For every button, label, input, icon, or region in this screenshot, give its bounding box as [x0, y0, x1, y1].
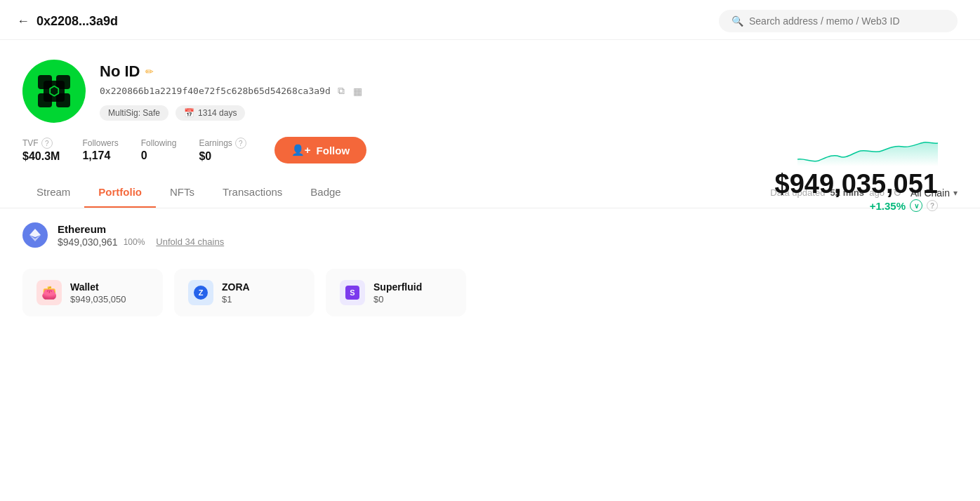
tab-transactions[interactable]: Transactions	[208, 178, 296, 208]
days-badge: 📅 1314 days	[176, 105, 245, 121]
following-value: 0	[141, 149, 177, 162]
superfluid-value: $0	[373, 294, 422, 305]
zora-card: Z ZORA $1	[174, 269, 314, 316]
superfluid-card: S Superfluid $0	[326, 269, 466, 316]
edit-icon[interactable]: ✏	[145, 66, 154, 77]
wallet-card: 👛 Wallet $949,035,050	[22, 269, 163, 316]
zora-name: ZORA	[222, 281, 250, 293]
earnings-label: Earnings ?	[199, 138, 246, 149]
portfolio-help-icon[interactable]: ?	[927, 200, 938, 211]
tvf-label: TVF ?	[22, 138, 60, 149]
earnings-value: $0	[199, 150, 246, 163]
profile-info: No ID ✏ 0x220866b1a2219f40e72f5c628b65d5…	[100, 60, 958, 121]
stat-earnings: Earnings ? $0	[199, 138, 246, 163]
copy-address-button[interactable]: ⧉	[336, 85, 346, 97]
profile-name-row: No ID ✏	[100, 62, 958, 81]
tab-nfts[interactable]: NFTs	[156, 178, 208, 208]
stat-following: Following 0	[141, 138, 177, 162]
unfold-chains-link[interactable]: Unfold 34 chains	[156, 236, 224, 247]
chevron-down-icon: ▾	[953, 188, 958, 198]
tvf-help-icon[interactable]: ?	[41, 138, 53, 149]
tvf-value: $40.3M	[22, 150, 60, 163]
multisig-badge: MultiSig: Safe	[100, 105, 168, 121]
tab-stream[interactable]: Stream	[22, 178, 84, 208]
follow-person-icon: 👤+	[291, 144, 311, 156]
ethereum-icon	[22, 222, 48, 248]
portfolio-content: Ethereum $949,030,961 100% Unfold 34 cha…	[0, 208, 980, 330]
calendar-icon: 📅	[184, 108, 194, 118]
followers-value: 1,174	[82, 149, 118, 162]
tab-portfolio[interactable]: Portfolio	[84, 178, 156, 208]
zora-value: $1	[222, 294, 250, 305]
superfluid-icon: S	[340, 280, 365, 305]
chain-name: Ethereum	[58, 223, 224, 235]
search-input[interactable]	[749, 15, 945, 27]
portfolio-value-section: $949,035,051 +1.35% ∨ ?	[775, 138, 938, 212]
stat-followers: Followers 1,174	[82, 138, 118, 162]
main-content: $949,035,051 +1.35% ∨ ? ⬡ No ID ✏	[0, 40, 980, 330]
header-left: ← 0x2208...3a9d	[17, 14, 118, 29]
address-row: 0x220866b1a2219f40e72f5c628b65d54268ca3a…	[100, 85, 958, 97]
qr-code-button[interactable]: ▦	[352, 86, 364, 97]
following-label: Following	[141, 138, 177, 148]
sparkline	[797, 138, 938, 166]
chain-row: Ethereum $949,030,961 100% Unfold 34 cha…	[22, 222, 958, 255]
chain-value: $949,030,961 100% Unfold 34 chains	[58, 236, 224, 248]
wallet-info: Wallet $949,035,050	[70, 281, 126, 305]
zora-info: ZORA $1	[222, 281, 250, 305]
address-full: 0x220866b1a2219f40e72f5c628b65d54268ca3a…	[100, 86, 331, 96]
tab-badge[interactable]: Badge	[296, 178, 355, 208]
svg-text:Z: Z	[199, 288, 204, 297]
wallet-value: $949,035,050	[70, 294, 126, 305]
header: ← 0x2208...3a9d 🔍	[0, 0, 980, 40]
portfolio-amount: $949,035,051	[775, 169, 938, 199]
change-down-icon[interactable]: ∨	[910, 199, 922, 212]
svg-marker-6	[29, 229, 41, 237]
svg-text:S: S	[350, 288, 355, 297]
search-icon: 🔍	[731, 15, 743, 27]
protocol-cards: 👛 Wallet $949,035,050 Z ZORA $1	[22, 269, 958, 316]
followers-label: Followers	[82, 138, 118, 148]
stat-tvf: TVF ? $40.3M	[22, 138, 60, 163]
profile-name: No ID	[100, 62, 140, 81]
avatar: ⬡	[22, 60, 86, 123]
svg-text:⬡: ⬡	[48, 84, 60, 98]
portfolio-change: +1.35% ∨ ?	[775, 199, 938, 212]
profile-section: ⬡ No ID ✏ 0x220866b1a2219f40e72f5c628b65…	[0, 40, 980, 134]
search-bar[interactable]: 🔍	[719, 10, 958, 32]
badge-row: MultiSig: Safe 📅 1314 days	[100, 105, 958, 121]
wallet-name: Wallet	[70, 281, 126, 293]
address-title: 0x2208...3a9d	[37, 14, 118, 29]
superfluid-name: Superfluid	[373, 281, 422, 293]
chain-info: Ethereum $949,030,961 100% Unfold 34 cha…	[58, 223, 224, 248]
chain-percent: 100%	[124, 237, 145, 247]
zora-icon: Z	[188, 280, 213, 305]
back-button[interactable]: ←	[17, 14, 29, 29]
follow-button[interactable]: 👤+ Follow	[274, 137, 366, 163]
earnings-help-icon[interactable]: ?	[235, 138, 246, 149]
wallet-icon: 👛	[37, 280, 62, 305]
superfluid-info: Superfluid $0	[373, 281, 422, 305]
